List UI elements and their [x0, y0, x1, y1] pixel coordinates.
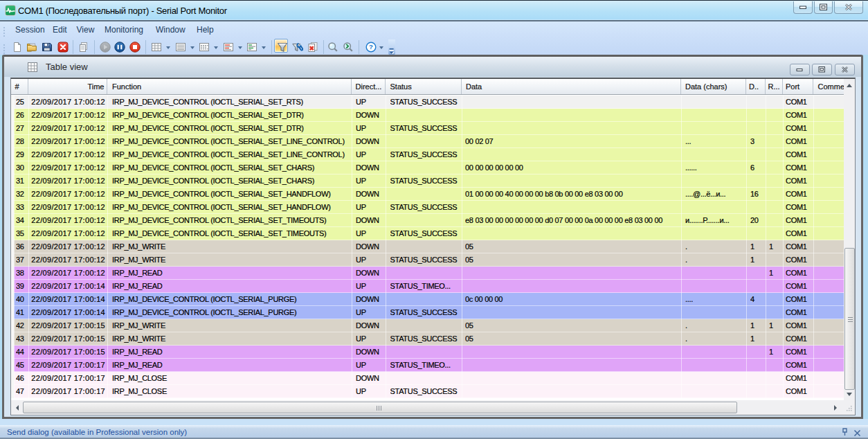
svg-text:?: ? [369, 43, 373, 51]
